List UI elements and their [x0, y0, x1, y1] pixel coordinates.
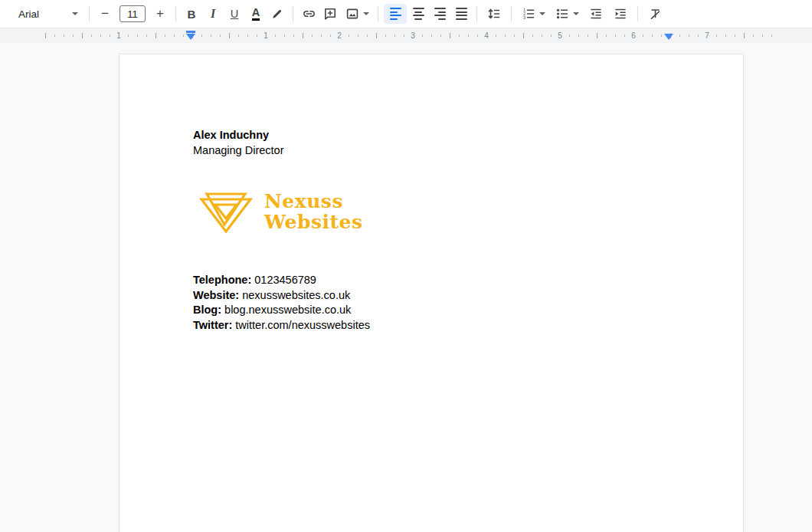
ruler-number: 2	[335, 31, 344, 41]
line-spacing-icon	[487, 7, 501, 21]
comment-plus-icon	[323, 7, 337, 21]
decrease-font-size-button[interactable]: −	[95, 4, 115, 24]
contact-line-blog: Blog: blog.nexusswebsite.co.uk	[193, 303, 670, 318]
ruler-number: 7	[702, 31, 712, 41]
horizontal-ruler[interactable]: 11234567	[0, 28, 812, 43]
align-center-icon	[413, 8, 424, 20]
insert-link-button[interactable]	[299, 4, 319, 24]
align-right-button[interactable]	[430, 4, 450, 24]
chevron-down-icon	[72, 12, 78, 15]
signature-name: Alex Induchny	[193, 128, 670, 143]
chevron-down-icon	[539, 12, 545, 15]
contact-line-website: Website: nexusswebsites.co.uk	[193, 288, 670, 304]
logo-line-1: Nexuss	[264, 191, 363, 212]
toolbar-separator	[89, 6, 90, 21]
toolbar-separator	[511, 6, 512, 21]
increase-indent-icon	[614, 7, 627, 21]
highlighter-icon	[270, 7, 284, 21]
align-right-icon	[434, 8, 446, 20]
numbered-list-icon: 1 2 3	[522, 7, 535, 21]
align-left-icon	[390, 8, 401, 20]
font-size-input[interactable]: 11	[120, 5, 146, 22]
increase-font-size-button[interactable]: +	[150, 4, 170, 24]
decrease-indent-button[interactable]	[584, 4, 607, 24]
justify-button[interactable]	[451, 4, 471, 24]
toolbar-separator	[378, 6, 378, 21]
nexuss-triangle-logo-icon	[199, 189, 253, 233]
toolbar-separator	[293, 6, 293, 21]
company-logo[interactable]: Nexuss Websites	[199, 189, 670, 233]
text-color-button[interactable]: A	[246, 4, 266, 24]
underline-button[interactable]: U	[224, 4, 244, 24]
chevron-down-icon	[573, 12, 579, 15]
contact-block: Telephone: 0123456789 Website: nexussweb…	[193, 273, 670, 333]
toolbar-separator	[637, 6, 638, 21]
contact-line-telephone: Telephone: 0123456789	[193, 273, 670, 288]
clear-formatting-icon	[648, 7, 663, 21]
chevron-down-icon	[363, 12, 369, 15]
link-icon	[302, 7, 316, 21]
ruler-number: 3	[408, 31, 417, 41]
italic-button[interactable]: I	[203, 4, 223, 24]
signature-job-title: Managing Director	[193, 143, 670, 159]
ruler-number: 1	[114, 31, 123, 41]
ruler-number: 4	[482, 31, 491, 41]
align-left-button[interactable]	[384, 4, 407, 24]
contact-line-twitter: Twitter: twitter.com/nexusswebsites	[193, 318, 670, 333]
bold-button[interactable]: B	[182, 4, 201, 24]
left-indent-marker[interactable]	[182, 31, 200, 40]
ruler-number: 5	[555, 31, 565, 41]
insert-image-button[interactable]	[342, 4, 372, 24]
toolbar-separator	[476, 6, 477, 21]
ruler-number: 6	[629, 31, 638, 41]
justify-icon	[456, 8, 467, 20]
svg-text:3: 3	[523, 15, 526, 20]
decrease-indent-icon	[589, 7, 603, 21]
logo-line-2: Websites	[264, 212, 363, 232]
document-page[interactable]: Alex Induchny Managing Director Nexuss W…	[119, 54, 744, 532]
company-logo-text: Nexuss Websites	[264, 191, 363, 232]
toolbar-separator	[175, 6, 176, 21]
ruler-number: 1	[261, 31, 270, 41]
highlight-color-button[interactable]	[267, 4, 287, 24]
add-comment-button[interactable]	[320, 4, 340, 24]
image-icon	[345, 7, 359, 21]
increase-indent-button[interactable]	[609, 4, 632, 24]
document-content[interactable]: Alex Induchny Managing Director Nexuss W…	[120, 54, 743, 333]
right-indent-marker[interactable]	[660, 34, 678, 40]
line-spacing-button[interactable]	[483, 4, 506, 24]
bulleted-list-button[interactable]	[551, 4, 583, 24]
font-family-select[interactable]: Arial	[11, 4, 84, 24]
numbered-list-button[interactable]: 1 2 3	[517, 4, 549, 24]
bulleted-list-icon	[555, 7, 569, 21]
font-family-value: Arial	[18, 8, 39, 20]
toolbar: Arial − 11 + B I U A	[0, 0, 812, 28]
clear-formatting-button[interactable]	[643, 4, 666, 24]
document-canvas[interactable]: Alex Induchny Managing Director Nexuss W…	[0, 43, 812, 531]
align-center-button[interactable]	[408, 4, 428, 24]
